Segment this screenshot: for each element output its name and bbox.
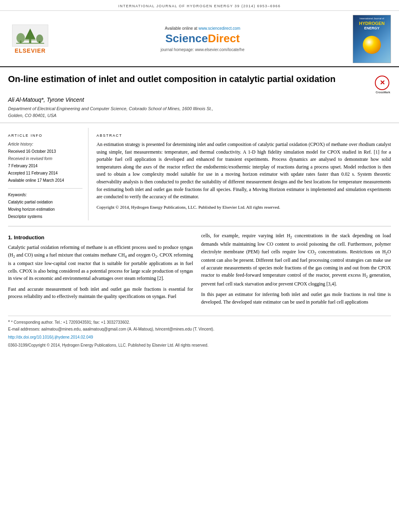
authors-text: Ali Al-Matouq*, Tyrone Vincent	[8, 97, 391, 103]
abstract-label: ABSTRACT	[97, 134, 391, 138]
intro-para-2: Fast and accurate measurement of both in…	[8, 286, 193, 300]
publisher-header: ELSEVIER Available online at www.science…	[0, 11, 399, 67]
center-header: Available online at www.sciencedirect.co…	[52, 26, 353, 52]
abstract-text: An estimation strategy is presented for …	[97, 141, 391, 201]
article-info-col: ARTICLE INFO Article history: Received 1…	[8, 128, 88, 220]
journal-cover: International Journal of HYDROGEN ENERGY	[353, 15, 391, 63]
doi-section: http://dx.doi.org/10.1016/j.ijhydene.201…	[0, 333, 399, 340]
affiliation-text: Department of Electrical Engineering and…	[8, 105, 391, 119]
accepted-date: Accepted 11 February 2014	[8, 170, 82, 177]
article-title-section: On-line estimation of inlet and outlet c…	[0, 67, 399, 123]
elsevier-name-text: ELSEVIER	[14, 47, 45, 54]
journal-header-bar: INTERNATIONAL JOURNAL OF HYDROGEN ENERGY…	[0, 0, 399, 11]
sciencedirect-url[interactable]: www.sciencedirect.com	[198, 26, 240, 31]
abstract-col: ABSTRACT An estimation strategy is prese…	[97, 128, 391, 220]
introduction-heading: 1. Introduction	[8, 234, 193, 240]
elsevier-tree-image	[12, 25, 48, 47]
page-footer: 0360-3199/Copyright © 2014, Hydrogen Ene…	[0, 340, 399, 352]
right-para-2: In this paper an estimator for inferring…	[201, 291, 391, 306]
journal-homepage-text: journal homepage: www.elsevier.com/locat…	[60, 47, 345, 52]
footer-section: * * Corresponding author. Tel.: +1 72093…	[8, 316, 391, 333]
keyword-1: Catalytic partial oxidation	[8, 199, 82, 206]
body-divider	[8, 226, 391, 226]
corresponding-author-note: * * Corresponding author. Tel.: +1 72093…	[8, 318, 391, 326]
abstract-copyright: Copyright © 2014, Hydrogen Energy Public…	[97, 204, 391, 211]
email-note: E-mail addresses: aalmatou@mines.edu, aa…	[8, 326, 391, 333]
history-label: Article history:	[8, 141, 82, 148]
section-title: Introduction	[14, 234, 44, 240]
section-number: 1.	[8, 234, 12, 240]
available-date: Available online 17 March 2014	[8, 177, 82, 184]
intro-body-text: Catalytic partial oxidation reforming of…	[8, 244, 193, 300]
revised-date: 7 February 2014	[8, 162, 82, 170]
info-abstract-section: ARTICLE INFO Article history: Received 1…	[0, 128, 399, 220]
received-date: Received 16 October 2013	[8, 148, 82, 155]
body-right-col: cells, for example, require varying inle…	[201, 232, 391, 309]
keyword-2: Moving horizon estimation	[8, 206, 82, 213]
keywords-section: Keywords: Catalytic partial oxidation Mo…	[8, 193, 82, 220]
article-history: Article history: Received 16 October 201…	[8, 141, 82, 184]
article-title-block: On-line estimation of inlet and outlet c…	[8, 74, 391, 92]
journal-cover-title: International Journal of HYDROGEN ENERGY	[359, 17, 385, 31]
keyword-3: Descriptor systems	[8, 213, 82, 220]
available-online-text: Available online at www.sciencedirect.co…	[60, 26, 345, 31]
article-title-text: On-line estimation of inlet and outlet c…	[8, 74, 375, 85]
right-para-1: cells, for example, require varying inle…	[201, 232, 391, 288]
revised-label: Received in revised form	[8, 155, 82, 162]
svg-rect-7	[16, 43, 44, 44]
intro-para-1: Catalytic partial oxidation reforming of…	[8, 244, 193, 282]
body-section: 1. Introduction Catalytic partial oxidat…	[0, 232, 399, 309]
history-divider	[8, 188, 82, 189]
keywords-label: Keywords:	[8, 193, 82, 197]
article-info-label: ARTICLE INFO	[8, 134, 82, 138]
issn-line: 0360-3199/Copyright © 2014, Hydrogen Ene…	[8, 343, 208, 347]
right-body-text: cells, for example, require varying inle…	[201, 232, 391, 306]
journal-citation: INTERNATIONAL JOURNAL OF HYDROGEN ENERGY…	[118, 4, 281, 8]
svg-rect-4	[20, 41, 21, 43]
svg-marker-2	[24, 31, 36, 41]
sciencedirect-logo: ScienceDirect	[60, 32, 345, 45]
body-left-col: 1. Introduction Catalytic partial oxidat…	[8, 232, 193, 309]
doi-link[interactable]: http://dx.doi.org/10.1016/j.ijhydene.201…	[8, 335, 391, 339]
journal-cover-graphic	[363, 36, 381, 54]
crossmark-badge[interactable]: ✕ CrossMark	[375, 76, 391, 92]
elsevier-logo: ELSEVIER	[8, 25, 52, 54]
crossmark-icon: ✕	[375, 76, 389, 90]
